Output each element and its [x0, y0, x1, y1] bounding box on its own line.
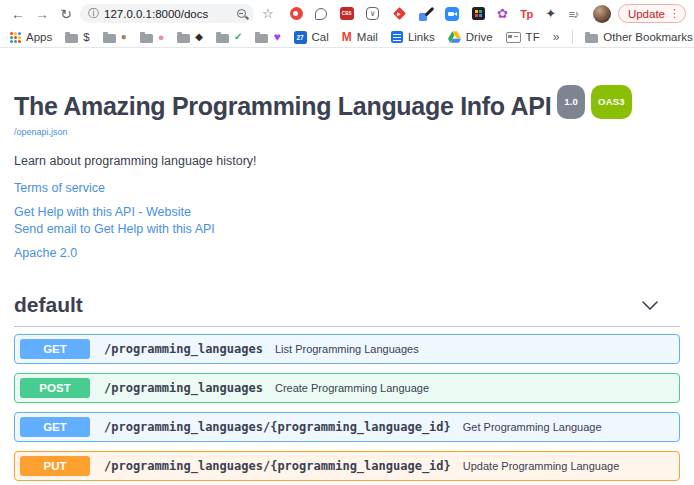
bookmark-label: Mail [357, 31, 378, 43]
method-badge[interactable]: POST [20, 378, 90, 398]
graduation-cap-emoji-icon: ◆ [195, 32, 203, 42]
endpoint-row[interactable]: PUT /programming_languages/{programming_… [14, 451, 680, 481]
endpoint-path: /programming_languages [104, 381, 263, 395]
share-diamond-extension-icon[interactable]: ▸ [392, 6, 407, 21]
browser-toolbar: ← → ↻ ⓘ 127.0.0.1:8000/docs ☆ CBS ∨ ▸ ✿ … [0, 0, 694, 27]
bookmark-apps[interactable]: Apps [10, 31, 52, 43]
endpoint-row[interactable]: POST /programming_languages Create Progr… [14, 373, 680, 403]
endpoint-summary: Create Programming Language [275, 382, 429, 394]
api-description: Learn about programming language history… [14, 154, 680, 168]
tf-card-icon [506, 32, 521, 43]
bookmark-folder-graduation[interactable]: ◆ [177, 32, 203, 43]
folder-icon [255, 34, 268, 43]
bookmark-folder-horse[interactable]: ● [103, 32, 127, 43]
reload-icon[interactable]: ↻ [54, 6, 78, 22]
endpoint-summary: Get Programming Language [463, 421, 602, 433]
bookmark-folder-check[interactable]: ✓ [216, 32, 242, 43]
bookmark-star-icon[interactable]: ☆ [262, 6, 274, 21]
version-badge: 1.0 [557, 85, 585, 119]
profile-avatar[interactable] [593, 5, 611, 23]
bookmark-folder-heart[interactable]: ♥ [255, 32, 280, 43]
help-website-link[interactable]: Get Help with this API - Website [14, 204, 680, 221]
endpoint-summary: List Programming Languages [275, 343, 419, 355]
eyedropper-extension-icon[interactable] [419, 7, 433, 21]
page-title: The Amazing Programming Language Info AP… [14, 85, 680, 121]
speech-bubble-extension-icon[interactable] [315, 8, 327, 20]
endpoint-row[interactable]: GET /programming_languages List Programm… [14, 334, 680, 364]
links-list-icon [391, 31, 403, 43]
red-circle-extension-icon[interactable] [290, 7, 303, 20]
url-bar[interactable]: ⓘ 127.0.0.1:8000/docs [80, 4, 254, 23]
contact-links: Get Help with this API - Website Send em… [14, 204, 680, 237]
endpoint-path: /programming_languages/{programming_lang… [104, 420, 451, 434]
method-badge[interactable]: GET [20, 417, 90, 437]
default-section-header[interactable]: default [14, 293, 680, 327]
bookmark-label: Other Bookmarks [603, 31, 692, 43]
chevron-down-icon[interactable] [642, 301, 658, 310]
bookmark-label: Apps [26, 31, 52, 43]
bookmark-mail[interactable]: M Mail [342, 30, 378, 44]
bookmarks-bar: Apps $ ● ● ◆ ✓ ♥ 27 Cal M Mail Links [0, 27, 694, 48]
cbs-extension-icon[interactable]: CBS [340, 7, 354, 20]
forward-icon[interactable]: → [30, 6, 54, 22]
bookmark-links[interactable]: Links [391, 31, 435, 43]
swagger-page: The Amazing Programming Language Info AP… [0, 85, 694, 485]
api-title-text: The Amazing Programming Language Info AP… [14, 92, 551, 120]
zoom-out-icon[interactable] [237, 9, 246, 18]
endpoint-summary: Update Programming Language [463, 460, 620, 472]
pinwheel-extension-icon[interactable]: ✦ [545, 7, 556, 20]
bookmark-calendar[interactable]: 27 Cal [294, 31, 329, 44]
kebab-menu-icon[interactable]: ⋮ [669, 7, 680, 20]
bookmark-drive[interactable]: Drive [448, 31, 493, 43]
bookmark-label: Drive [466, 31, 493, 43]
license-link[interactable]: Apache 2.0 [14, 246, 680, 260]
horse-emoji-icon: ● [121, 32, 127, 42]
bookmarks-overflow-icon[interactable]: » [553, 30, 560, 44]
folder-icon [65, 34, 78, 43]
bookmarks-divider [572, 30, 573, 44]
bookmarks-right-group: Other Bookmarks [572, 30, 692, 44]
folder-icon [177, 34, 190, 43]
bookmark-folder-brain[interactable]: ● [140, 32, 165, 43]
apps-grid-icon [10, 32, 21, 43]
gmail-icon: M [342, 30, 352, 44]
other-bookmarks[interactable]: Other Bookmarks [585, 31, 692, 43]
folder-icon [216, 34, 229, 43]
playlist-extension-icon[interactable]: ≡♪ [568, 8, 578, 20]
openapi-json-link[interactable]: /openapi.json [14, 127, 68, 137]
terms-of-service-link[interactable]: Terms of service [14, 181, 680, 195]
video-call-extension-icon[interactable] [445, 7, 459, 21]
endpoint-path: /programming_languages [104, 342, 263, 356]
help-email-link[interactable]: Send email to Get Help with this API [14, 221, 680, 238]
site-info-icon[interactable]: ⓘ [88, 6, 99, 21]
brain-emoji-icon: ● [158, 32, 165, 42]
endpoint-row[interactable]: GET /programming_languages/{programming_… [14, 412, 680, 442]
tp-extension-icon[interactable]: Tp [520, 8, 532, 20]
method-badge[interactable]: GET [20, 339, 90, 359]
url-input[interactable]: 127.0.0.1:8000/docs [104, 8, 232, 20]
folder-icon [103, 34, 116, 43]
bookmark-label: $ [83, 31, 89, 43]
dark-grid-extension-icon[interactable] [472, 7, 485, 20]
back-icon[interactable]: ← [6, 6, 30, 22]
folder-icon [585, 34, 598, 43]
oas3-badge: OAS3 [591, 85, 632, 119]
calendar-icon: 27 [294, 31, 307, 44]
extensions-row: CBS ∨ ▸ ✿ Tp ✦ ≡♪ [278, 6, 591, 21]
endpoint-path: /programming_languages/{programming_lang… [104, 459, 451, 473]
purple-heart-emoji-icon: ♥ [273, 32, 280, 42]
green-check-emoji-icon: ✓ [234, 32, 242, 42]
google-drive-icon [448, 31, 461, 43]
update-button[interactable]: Update ⋮ [618, 4, 686, 23]
method-badge[interactable]: PUT [20, 456, 90, 476]
flower-extension-icon[interactable]: ✿ [497, 7, 508, 20]
bookmark-label: Links [408, 31, 435, 43]
endpoints-list: GET /programming_languages List Programm… [14, 334, 680, 485]
pocket-extension-icon[interactable]: ∨ [366, 7, 379, 20]
bookmark-tf[interactable]: TF [506, 31, 540, 43]
bookmark-folder-dollar[interactable]: $ [65, 31, 89, 43]
folder-icon [140, 34, 153, 43]
update-label: Update [628, 8, 665, 20]
section-title: default [14, 293, 83, 317]
bookmark-label: Cal [312, 31, 329, 43]
